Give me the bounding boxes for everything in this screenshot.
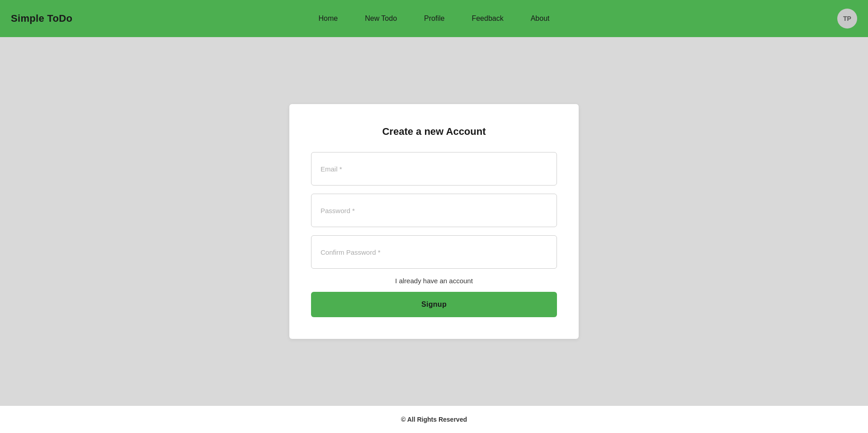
nav-item-about[interactable]: About bbox=[531, 14, 550, 23]
footer: © All Rights Reserved bbox=[0, 406, 868, 433]
confirm-password-input[interactable] bbox=[311, 235, 557, 269]
form-title: Create a new Account bbox=[311, 126, 557, 138]
app-title: Simple ToDo bbox=[11, 13, 72, 24]
nav-item-home[interactable]: Home bbox=[319, 14, 338, 23]
nav-item-new-todo[interactable]: New Todo bbox=[365, 14, 397, 23]
main-content: Create a new Account I already have an a… bbox=[0, 37, 868, 406]
nav-item-feedback[interactable]: Feedback bbox=[472, 14, 503, 23]
already-account-link[interactable]: I already have an account bbox=[311, 277, 557, 285]
footer-text: © All Rights Reserved bbox=[401, 416, 467, 423]
nav-link-new-todo[interactable]: New Todo bbox=[365, 14, 397, 22]
password-group bbox=[311, 194, 557, 227]
password-input[interactable] bbox=[311, 194, 557, 227]
signup-button[interactable]: Signup bbox=[311, 292, 557, 317]
email-input[interactable] bbox=[311, 152, 557, 186]
email-group bbox=[311, 152, 557, 186]
avatar[interactable]: TP bbox=[837, 9, 857, 29]
nav-link-profile[interactable]: Profile bbox=[424, 14, 444, 22]
nav-link-about[interactable]: About bbox=[531, 14, 550, 22]
signup-card: Create a new Account I already have an a… bbox=[289, 104, 579, 339]
nav-item-profile[interactable]: Profile bbox=[424, 14, 444, 23]
nav-links: Home New Todo Profile Feedback About bbox=[319, 14, 550, 23]
nav-link-feedback[interactable]: Feedback bbox=[472, 14, 503, 22]
navbar: Simple ToDo Home New Todo Profile Feedba… bbox=[0, 0, 868, 37]
nav-link-home[interactable]: Home bbox=[319, 14, 338, 22]
confirm-password-group bbox=[311, 235, 557, 269]
